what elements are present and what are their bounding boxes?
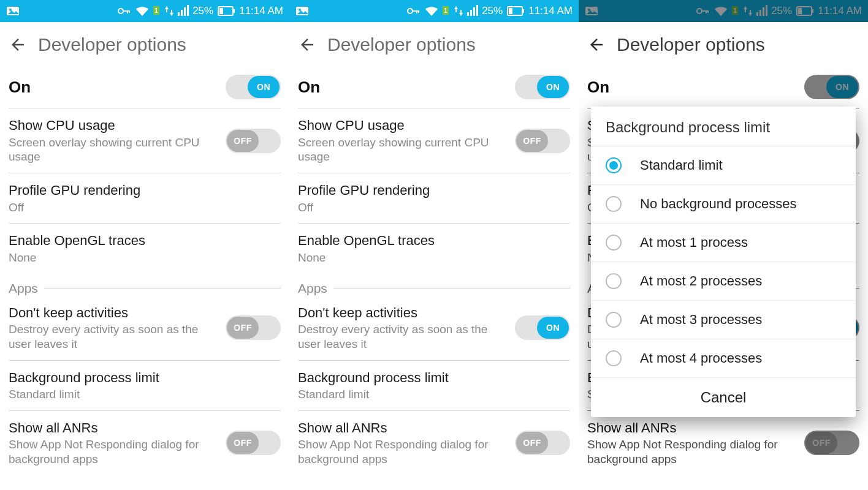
svg-rect-23	[467, 12, 469, 16]
vpn-key-icon	[407, 5, 421, 17]
profile-gpu-rendering-subtitle: Off	[9, 200, 276, 215]
svg-rect-10	[184, 7, 186, 16]
svg-text:1: 1	[154, 7, 158, 14]
profile-gpu-rendering[interactable]: Profile GPU renderingOff	[298, 175, 570, 222]
divider	[9, 173, 281, 173]
section-header-line	[44, 288, 281, 288]
divider	[9, 108, 281, 108]
background-process-limit-title: Background process limit	[9, 369, 276, 386]
master-toggle-row[interactable]: OnON	[9, 67, 281, 107]
svg-point-16	[299, 9, 301, 11]
master-toggle[interactable]: ON	[226, 75, 281, 99]
back-arrow-icon[interactable]	[9, 36, 27, 54]
divider	[298, 410, 570, 411]
dialog-option-label: At most 1 process	[640, 235, 748, 251]
enable-opengl-traces-subtitle: None	[9, 251, 276, 265]
vpn-key-icon	[118, 5, 131, 17]
sim-icon: 1	[153, 5, 161, 17]
radio-icon	[606, 157, 622, 173]
show-cpu-usage-toggle-label: OFF	[516, 130, 548, 152]
master-toggle-label: ON	[248, 76, 280, 98]
show-all-anrs-toggle[interactable]: OFF	[515, 431, 570, 455]
show-cpu-usage-toggle[interactable]: OFF	[515, 129, 570, 153]
cell-signal-icon	[178, 5, 189, 17]
master-toggle[interactable]: ON	[515, 75, 570, 99]
status-bar: 125%11:14 AM	[0, 0, 289, 22]
data-arrows-icon	[454, 5, 463, 17]
svg-rect-9	[181, 10, 183, 16]
background-process-limit-subtitle: Standard limit	[9, 387, 276, 402]
phone-screen: 125%11:14 AMDeveloper optionsOnONShow CP…	[289, 0, 579, 490]
profile-gpu-rendering[interactable]: Profile GPU renderingOff	[9, 175, 281, 222]
dont-keep-activities-toggle-label: OFF	[227, 317, 259, 339]
master-toggle-title: On	[9, 77, 221, 97]
svg-rect-28	[522, 9, 524, 13]
settings-list: OnONShow CPU usageScreen overlay showing…	[289, 67, 579, 480]
master-toggle-row[interactable]: OnON	[298, 67, 570, 107]
dont-keep-activities-subtitle: Destroy every activity as soon as the us…	[9, 322, 221, 352]
dialog-cancel-button[interactable]: Cancel	[591, 378, 856, 417]
divider	[298, 360, 570, 361]
show-all-anrs-subtitle: Show App Not Responding dialog for backg…	[9, 437, 221, 467]
profile-gpu-rendering-title: Profile GPU rendering	[298, 182, 565, 199]
master-toggle-label: ON	[537, 76, 569, 98]
dont-keep-activities[interactable]: Don't keep activitiesDestroy every activ…	[9, 297, 281, 359]
show-all-anrs-title: Show all ANRs	[298, 420, 510, 437]
dialog-option[interactable]: At most 4 processes	[591, 339, 856, 378]
battery-icon	[217, 5, 235, 17]
show-all-anrs-toggle-label: OFF	[227, 432, 259, 454]
show-cpu-usage-toggle[interactable]: OFF	[226, 129, 281, 153]
radio-icon	[606, 350, 622, 366]
show-cpu-usage-toggle-label: OFF	[227, 130, 259, 152]
section-header-apps-label: Apps	[9, 281, 38, 296]
dont-keep-activities-toggle[interactable]: OFF	[226, 315, 281, 340]
radio-icon	[606, 273, 622, 289]
show-all-anrs-subtitle: Show App Not Responding dialog for backg…	[298, 437, 510, 467]
svg-point-2	[118, 9, 123, 13]
show-cpu-usage-title: Show CPU usage	[9, 117, 221, 134]
page-title: Developer options	[38, 34, 186, 55]
bg-process-limit-dialog: Background process limitStandard limitNo…	[591, 107, 856, 417]
enable-opengl-traces[interactable]: Enable OpenGL tracesNone	[9, 225, 281, 272]
background-process-limit-subtitle: Standard limit	[298, 387, 565, 402]
dialog-option[interactable]: At most 1 process	[591, 224, 856, 262]
back-arrow-icon[interactable]	[298, 36, 316, 54]
dialog-option[interactable]: At most 3 processes	[591, 301, 856, 339]
dialog-option[interactable]: No background processes	[591, 185, 856, 224]
dialog-option-label: Standard limit	[640, 157, 723, 173]
battery-percent: 25%	[192, 5, 213, 17]
show-cpu-usage[interactable]: Show CPU usageScreen overlay showing cur…	[9, 110, 281, 172]
dialog-option-label: No background processes	[640, 196, 797, 212]
background-process-limit[interactable]: Background process limitStandard limit	[298, 362, 570, 409]
background-process-limit[interactable]: Background process limitStandard limit	[9, 362, 281, 409]
svg-rect-8	[178, 12, 180, 16]
battery-percent: 25%	[482, 5, 503, 17]
svg-point-17	[408, 9, 413, 13]
svg-rect-14	[219, 8, 223, 14]
svg-rect-29	[509, 8, 512, 14]
dont-keep-activities-toggle[interactable]: ON	[515, 315, 570, 340]
radio-icon	[606, 235, 622, 251]
sim-icon: 1	[443, 5, 450, 17]
dialog-option[interactable]: Standard limit	[591, 146, 856, 185]
dialog-scrim[interactable]: Background process limitStandard limitNo…	[579, 0, 868, 490]
svg-point-1	[9, 9, 12, 11]
svg-rect-11	[187, 5, 189, 16]
show-all-anrs[interactable]: Show all ANRsShow App Not Responding dia…	[9, 412, 281, 474]
svg-rect-4	[127, 10, 128, 13]
divider	[9, 223, 281, 224]
show-cpu-usage[interactable]: Show CPU usageScreen overlay showing cur…	[298, 110, 570, 172]
svg-rect-13	[233, 9, 235, 13]
show-all-anrs[interactable]: Show all ANRsShow App Not Responding dia…	[298, 412, 570, 474]
dialog-option[interactable]: At most 2 processes	[591, 262, 856, 301]
dont-keep-activities[interactable]: Don't keep activitiesDestroy every activ…	[298, 297, 570, 359]
wifi-icon	[135, 5, 150, 17]
divider	[298, 223, 570, 224]
enable-opengl-traces[interactable]: Enable OpenGL tracesNone	[298, 225, 570, 272]
phone-screen: 125%11:14 AMDeveloper optionsOnONShow CP…	[579, 0, 868, 490]
show-all-anrs-toggle[interactable]: OFF	[226, 431, 281, 455]
show-all-anrs-toggle-label: OFF	[516, 432, 548, 454]
divider	[298, 173, 570, 173]
show-cpu-usage-subtitle: Screen overlay showing current CPU usage	[298, 135, 510, 165]
enable-opengl-traces-title: Enable OpenGL traces	[9, 232, 276, 249]
